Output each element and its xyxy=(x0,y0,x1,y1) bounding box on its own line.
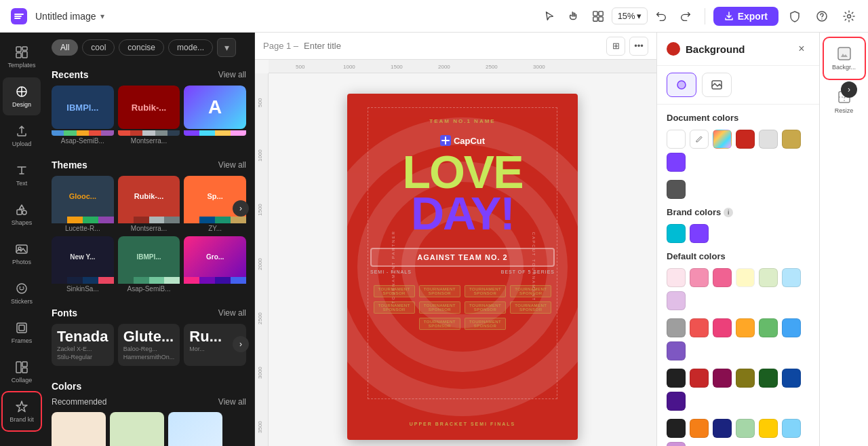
brand-color-cyan[interactable] xyxy=(667,224,686,243)
def-color-2-0[interactable] xyxy=(667,369,686,388)
font-card-0[interactable]: Tenada Zackel X-E... Stilu-Regular xyxy=(52,324,114,366)
sidebar-item-frames[interactable]: Frames xyxy=(3,314,41,352)
filter-all[interactable]: All xyxy=(52,39,78,56)
doc-color-purple[interactable] xyxy=(667,153,686,172)
doc-color-edit[interactable] xyxy=(690,130,709,149)
filter-mode[interactable]: mode... xyxy=(168,39,213,56)
themes-view-all[interactable]: View all xyxy=(218,160,246,170)
filter-more-button[interactable]: ▾ xyxy=(217,38,236,57)
ruler-vertical: 500 1000 1500 2000 2500 3000 3500 xyxy=(255,73,269,446)
sidebar-item-design[interactable]: Design xyxy=(3,77,41,115)
hand-tool-button[interactable] xyxy=(563,5,585,27)
theme-card-3[interactable]: New Y... SinkinSa... xyxy=(52,236,114,293)
colors-view-all[interactable]: View all xyxy=(218,397,246,407)
sidebar-item-templates[interactable]: Templates xyxy=(3,38,41,76)
def-color-0-5[interactable] xyxy=(782,268,801,287)
filter-cool[interactable]: cool xyxy=(82,39,115,56)
shield-button[interactable] xyxy=(784,5,806,27)
undo-button[interactable] xyxy=(650,5,672,27)
fonts-next-icon[interactable]: › xyxy=(233,336,249,352)
sidebar-item-shapes[interactable]: Shapes xyxy=(3,196,41,234)
def-color-2-5[interactable] xyxy=(782,369,801,388)
redo-button[interactable] xyxy=(675,5,696,27)
def-color-0-3[interactable] xyxy=(736,268,755,287)
sidebar-design-label: Design xyxy=(12,101,31,108)
def-color-3-0[interactable] xyxy=(667,419,686,438)
filter-concise[interactable]: concise xyxy=(119,39,164,56)
export-button[interactable]: Export xyxy=(713,7,778,26)
def-color-3-5[interactable] xyxy=(782,419,801,438)
background-color-dot[interactable] xyxy=(667,42,680,56)
sidebar-item-upload[interactable]: Upload xyxy=(3,117,41,155)
bg-fill-tab[interactable] xyxy=(667,73,696,97)
help-button[interactable] xyxy=(811,5,833,27)
brand-colors-info-icon[interactable]: i xyxy=(724,208,733,217)
def-color-2-1[interactable] xyxy=(690,369,709,388)
page-title-input[interactable] xyxy=(304,41,418,51)
logo[interactable] xyxy=(8,5,30,27)
def-color-1-6[interactable] xyxy=(667,341,686,360)
themes-next-icon[interactable]: › xyxy=(233,200,249,217)
zoom-control[interactable]: 15% ▾ xyxy=(612,7,648,24)
def-color-1-0[interactable] xyxy=(667,318,686,337)
color-rec-2[interactable] xyxy=(168,412,222,446)
sidebar-item-collage[interactable]: Collage xyxy=(3,353,41,391)
def-color-1-4[interactable] xyxy=(759,318,778,337)
color-rec-1[interactable] xyxy=(110,412,164,446)
recents-view-all[interactable]: View all xyxy=(218,70,246,79)
recent-card-2[interactable]: A xyxy=(184,86,246,145)
canvas-scroll-area[interactable]: TOURNAMENT PARTNER CAPCUT TOURNAMENT TEA… xyxy=(269,73,656,446)
theme-card-5[interactable]: Gro... xyxy=(184,236,246,293)
fonts-view-all[interactable]: View all xyxy=(218,308,246,318)
svg-text:3000: 3000 xyxy=(533,64,545,70)
def-color-0-4[interactable] xyxy=(759,268,778,287)
sidebar-item-photos[interactable]: Photos xyxy=(3,235,41,273)
recent-card-0[interactable]: IBMPl... Asap-SemiB... xyxy=(52,86,114,145)
settings-button[interactable] xyxy=(838,5,860,27)
def-color-2-6[interactable] xyxy=(667,392,686,411)
def-color-0-0[interactable] xyxy=(667,268,686,287)
def-color-0-1[interactable] xyxy=(690,268,709,287)
def-color-3-2[interactable] xyxy=(713,419,732,438)
def-color-1-1[interactable] xyxy=(690,318,709,337)
def-color-0-6[interactable] xyxy=(667,291,686,310)
doc-color-light[interactable] xyxy=(759,130,778,149)
def-color-0-2[interactable] xyxy=(713,268,732,287)
font-card-1[interactable]: Glute... Baloo-Reg... HammersmithOn... xyxy=(118,324,180,366)
theme-card-4-sub: Asap-SemiB... xyxy=(118,285,180,293)
theme-card-0[interactable]: Glooc... Lucette-R... xyxy=(52,176,114,232)
doc-color-gradient[interactable] xyxy=(713,130,732,149)
recent-card-1[interactable]: Rubik-... Montserra... xyxy=(118,86,180,145)
view-options-button[interactable] xyxy=(587,5,609,27)
doc-color-gold[interactable] xyxy=(782,130,801,149)
frame-view-button[interactable]: ⊞ xyxy=(606,37,625,56)
rt-background-button[interactable]: Backgr... xyxy=(824,38,865,79)
pointer-tool-button[interactable] xyxy=(538,5,560,27)
def-color-1-3[interactable] xyxy=(736,318,755,337)
color-rec-0[interactable] xyxy=(52,412,106,446)
sidebar-item-stickers[interactable]: Stickers xyxy=(3,274,41,312)
def-color-3-6[interactable] xyxy=(667,442,686,446)
background-panel-close[interactable]: × xyxy=(793,41,810,57)
canvas-poster[interactable]: TOURNAMENT PARTNER CAPCUT TOURNAMENT TEA… xyxy=(347,94,578,440)
brand-color-purple[interactable] xyxy=(690,224,709,243)
def-color-3-4[interactable] xyxy=(759,419,778,438)
doc-color-dark-grey[interactable] xyxy=(667,180,686,199)
def-color-3-3[interactable] xyxy=(736,419,755,438)
document-title[interactable]: Untitled image ▾ xyxy=(35,11,104,22)
sidebar-item-brand[interactable]: Brand kit xyxy=(3,392,41,430)
def-color-2-2[interactable] xyxy=(713,369,732,388)
def-color-1-2[interactable] xyxy=(713,318,732,337)
bg-image-tab[interactable] xyxy=(702,73,732,97)
background-panel-tabs xyxy=(657,66,819,105)
doc-color-white[interactable] xyxy=(667,130,686,149)
def-color-1-5[interactable] xyxy=(782,318,801,337)
def-color-2-3[interactable] xyxy=(736,369,755,388)
sidebar-item-text[interactable]: Text xyxy=(3,156,41,194)
def-color-2-4[interactable] xyxy=(759,369,778,388)
theme-card-4[interactable]: IBMPl... Asap-SemiB... xyxy=(118,236,180,293)
doc-color-red[interactable] xyxy=(736,130,755,149)
def-color-3-1[interactable] xyxy=(690,419,709,438)
theme-card-1[interactable]: Rubik-... Montserra... xyxy=(118,176,180,232)
canvas-more-button[interactable]: ••• xyxy=(629,37,648,56)
